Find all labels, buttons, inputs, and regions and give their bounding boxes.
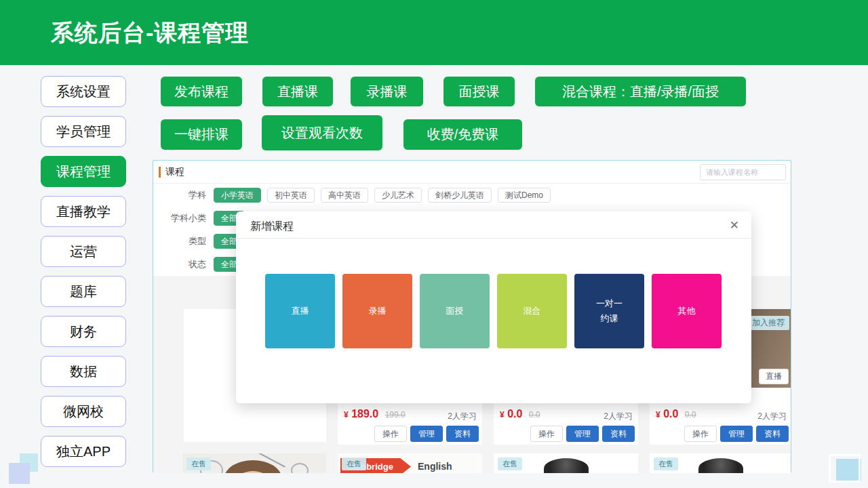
manage-button[interactable]: 管理 (410, 426, 443, 442)
type-card-mixed[interactable]: 混合 (497, 274, 567, 348)
filter-label: 状态 (160, 258, 206, 270)
filter-chip-test-demo[interactable]: 测试Demo (498, 188, 551, 203)
sidebar-item-operations[interactable]: 运营 (41, 236, 126, 267)
cambridge-text: English Qualifications (418, 461, 482, 473)
price-row: ¥ 0.0 0.0 2人学习 (656, 408, 787, 422)
feature-recorded-course-button[interactable]: 录播课 (351, 77, 423, 106)
course-card: 在售 (182, 453, 326, 473)
sidebar-item-standalone-app[interactable]: 独立APP (41, 436, 126, 467)
filter-chip-junior-english[interactable]: 初中英语 (267, 188, 315, 203)
course-original-price: 0.0 (685, 410, 696, 420)
feature-live-course-button[interactable]: 直播课 (262, 77, 333, 106)
page-title: 系统后台-课程管理 (51, 18, 249, 49)
cylinder-photo (544, 458, 589, 473)
decorative-square (829, 454, 861, 483)
student-count: 2人学习 (757, 411, 787, 422)
filter-chip-cambridge-kids-english[interactable]: 剑桥少儿英语 (428, 188, 492, 203)
type-card-recorded[interactable]: 录播 (342, 274, 412, 348)
recommend-badge: 加入推荐 (747, 316, 789, 330)
sidebar-item-system-settings[interactable]: 系统设置 (41, 76, 126, 107)
operate-button[interactable]: 操作 (530, 426, 563, 442)
course-price: 0.0 (507, 408, 522, 420)
course-original-price: 199.0 (385, 410, 406, 420)
card-actions: 操作 管理 资料 (530, 426, 635, 442)
decorative-square (9, 463, 30, 484)
filter-label: 学科 (160, 189, 206, 201)
price-row: ¥ 189.0 199.0 2人学习 (344, 408, 477, 422)
sidebar-item-finance[interactable]: 财务 (41, 316, 126, 347)
title-accent-bar (159, 167, 161, 178)
operate-button[interactable]: 操作 (374, 426, 407, 442)
course-card: 在售 (494, 453, 638, 473)
type-card-other[interactable]: 其他 (652, 274, 722, 348)
filter-chip-senior-english[interactable]: 高中英语 (321, 188, 368, 203)
type-card-offline[interactable]: 面授 (420, 274, 490, 348)
sidebar-item-question-bank[interactable]: 题库 (41, 276, 126, 307)
feature-one-key-scheduling-button[interactable]: 一键排课 (161, 119, 242, 150)
card-actions: 操作 管理 资料 (374, 426, 479, 442)
type-card-live[interactable]: 直播 (265, 274, 335, 348)
on-sale-badge: 在售 (186, 458, 211, 470)
on-sale-badge: 在售 (654, 458, 678, 470)
filter-chip-primary-english[interactable]: 小学英语 (214, 188, 261, 203)
card-actions: 操作 管理 资料 (684, 426, 789, 442)
feature-mixed-course-button[interactable]: 混合课程：直播/录播/面授 (535, 77, 746, 106)
filter-label: 学科小类 (160, 212, 206, 224)
course-original-price: 0.0 (529, 410, 540, 420)
manage-button[interactable]: 管理 (566, 426, 599, 442)
course-search-input[interactable] (700, 164, 786, 180)
material-button[interactable]: 资料 (756, 426, 789, 442)
sidebar-item-data[interactable]: 数据 (41, 356, 126, 387)
course-type-cards: 直播 录播 面授 混合 一对一约课 其他 (265, 274, 722, 348)
course-image[interactable]: 在售 (650, 453, 791, 473)
currency-symbol: ¥ (500, 410, 505, 420)
feature-publish-course-button[interactable]: 发布课程 (161, 77, 242, 106)
course-image[interactable]: 在售 (182, 453, 326, 473)
sidebar-item-micro-school[interactable]: 微网校 (41, 396, 126, 427)
course-image[interactable]: 在售 (494, 453, 638, 473)
on-sale-badge: 在售 (498, 458, 522, 470)
feature-view-count-settings-button[interactable]: 设置观看次数 (262, 115, 382, 150)
course-panel-header: 课程 (153, 161, 791, 184)
filter-label: 类型 (160, 235, 206, 247)
sidebar-item-live-teaching[interactable]: 直播教学 (41, 196, 126, 227)
currency-symbol: ¥ (344, 410, 349, 420)
course-price: 0.0 (663, 408, 678, 420)
sidebar-item-student-management[interactable]: 学员管理 (41, 116, 126, 147)
on-sale-badge: 在售 (342, 458, 366, 470)
panel-title: 课程 (159, 166, 184, 178)
modal-title: 新增课程 (250, 220, 294, 234)
type-card-one-on-one[interactable]: 一对一约课 (574, 274, 644, 348)
modal-header: 新增课程 ✕ (236, 211, 751, 239)
filter-row-subject: 学科 小学英语 初中英语 高中英语 少儿艺术 剑桥少儿英语 测试Demo (160, 188, 557, 203)
material-button[interactable]: 资料 (602, 426, 635, 442)
course-card: Cambridge English Qualifications 在售 (338, 453, 482, 473)
material-button[interactable]: 资料 (446, 426, 479, 442)
course-price: 189.0 (351, 408, 378, 420)
course-card: 在售 (650, 453, 791, 473)
manage-button[interactable]: 管理 (720, 426, 753, 442)
course-image[interactable]: Cambridge English Qualifications 在售 (338, 453, 482, 473)
cylinder-photo (698, 458, 743, 473)
feature-paid-free-course-button[interactable]: 收费/免费课 (403, 119, 522, 150)
filter-chip-kids-art[interactable]: 少儿艺术 (374, 188, 422, 203)
sidebar-item-course-management[interactable]: 课程管理 (41, 156, 126, 187)
sidebar: 系统设置 学员管理 课程管理 直播教学 运营 题库 财务 数据 微网校 独立AP… (41, 76, 126, 467)
feature-offline-course-button[interactable]: 面授课 (443, 77, 515, 106)
student-count: 2人学习 (448, 411, 477, 422)
close-icon[interactable]: ✕ (730, 218, 739, 232)
student-count: 2人学习 (604, 411, 633, 422)
operate-button[interactable]: 操作 (684, 426, 717, 442)
add-course-modal: 新增课程 ✕ 直播 录播 面授 混合 一对一约课 其他 (236, 211, 751, 403)
price-row: ¥ 0.0 0.0 2人学习 (500, 408, 633, 422)
app-header: 系统后台-课程管理 (0, 0, 868, 65)
currency-symbol: ¥ (656, 410, 660, 420)
live-tag: 直播 (759, 369, 789, 384)
